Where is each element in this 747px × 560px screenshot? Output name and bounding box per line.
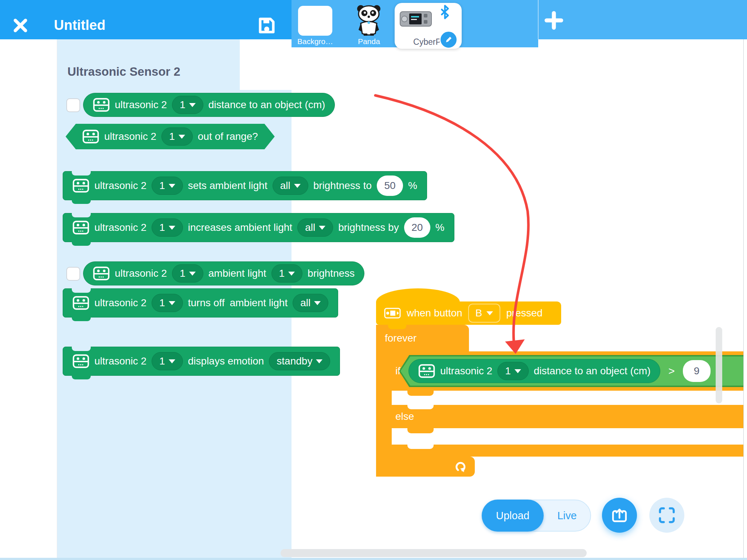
palette-top-notch	[240, 39, 292, 90]
when-button-pressed-hat-block[interactable]: when button B pressed	[376, 301, 561, 325]
ultrasonic-sensor-icon	[73, 354, 89, 368]
block-notch-decoration	[407, 391, 434, 396]
fullscreen-icon	[658, 507, 675, 524]
monitor-checkbox-brightness[interactable]	[66, 267, 80, 281]
chevron-down-icon	[314, 301, 321, 305]
else-bar[interactable]: else	[392, 405, 747, 428]
save-button[interactable]	[257, 15, 277, 36]
block-text: sets ambient light	[188, 180, 267, 192]
tab-panda-thumbnail[interactable]	[354, 4, 383, 36]
button-dropdown[interactable]: B	[468, 304, 501, 323]
add-sprite-button[interactable]	[544, 11, 563, 30]
monitor-checkbox-distance[interactable]	[66, 98, 80, 112]
ultrasonic-sensor-icon	[93, 266, 110, 281]
close-button[interactable]	[13, 18, 28, 33]
chevron-down-icon	[169, 359, 175, 363]
greater-than-operator-block[interactable]: ultrasonic 2 1 distance to an object (cm…	[399, 355, 747, 387]
block-notch-decoration	[407, 428, 434, 433]
port-dropdown[interactable]: 1	[152, 177, 183, 195]
block-text: distance to an object (cm)	[534, 365, 651, 377]
live-mode-button[interactable]: Live	[544, 500, 590, 531]
tab-panda-label[interactable]: Panda	[344, 37, 394, 46]
port-dropdown[interactable]: 1	[497, 362, 529, 380]
light-dropdown[interactable]: all	[297, 218, 333, 237]
chevron-down-icon	[169, 301, 175, 305]
horizontal-scrollbar[interactable]	[281, 549, 587, 557]
ultrasonic-sensor-icon	[418, 364, 435, 378]
block-notch-decoration	[407, 445, 434, 449]
block-out-of-range-boolean[interactable]: ultrasonic 2 1 out of range?	[66, 124, 275, 149]
mode-toggle[interactable]: Upload Live	[482, 500, 591, 532]
light-dropdown[interactable]: all	[293, 294, 328, 312]
chevron-down-icon	[288, 272, 295, 276]
loop-arrow-icon	[454, 460, 468, 474]
pencil-icon	[444, 35, 453, 44]
light-dropdown[interactable]: 1	[271, 264, 303, 283]
ultrasonic-sensor-icon	[73, 296, 89, 310]
port-dropdown[interactable]: 1	[152, 352, 183, 370]
else-branch-empty-slot[interactable]	[404, 428, 747, 445]
block-text: turns off	[188, 297, 225, 309]
block-increase-brightness[interactable]: ultrasonic 2 1 increases ambient light a…	[63, 213, 454, 242]
vertical-scrollbar[interactable]	[716, 327, 722, 403]
forever-block-bottom[interactable]	[376, 457, 475, 477]
block-text: ultrasonic 2	[104, 131, 156, 142]
ultrasonic-sensor-icon	[93, 98, 110, 112]
cyberpi-icon	[384, 308, 401, 319]
upload-to-device-button[interactable]	[602, 498, 637, 533]
port-dropdown[interactable]: 1	[172, 264, 203, 283]
block-text: ultrasonic 2	[115, 99, 167, 111]
port-dropdown[interactable]: 1	[152, 294, 183, 312]
if-branch-empty-slot[interactable]	[404, 391, 747, 405]
block-text: %	[435, 222, 445, 233]
value-input[interactable]: 20	[404, 217, 430, 238]
block-text: displays emotion	[188, 355, 264, 367]
block-text: pressed	[506, 307, 543, 319]
category-sidebar	[0, 39, 57, 560]
ultrasonic-sensor-icon	[73, 220, 89, 235]
top-bar-right	[538, 0, 747, 39]
tab-background-thumbnail[interactable]	[298, 6, 332, 36]
panda-sprite-icon	[354, 4, 383, 36]
if-else-block-bottom[interactable]	[392, 445, 747, 457]
chevron-down-icon	[486, 311, 493, 315]
tab-cyberpi[interactable]: CyberPi	[395, 3, 462, 49]
tab-background-label[interactable]: Backgro…	[290, 37, 341, 46]
block-text: distance to an object (cm)	[208, 99, 325, 111]
project-title: Untitled	[54, 17, 105, 33]
ultrasonic-sensor-icon	[73, 178, 89, 193]
chevron-down-icon	[189, 272, 196, 276]
block-set-brightness[interactable]: ultrasonic 2 1 sets ambient light all br…	[63, 171, 427, 200]
chevron-down-icon	[515, 369, 521, 373]
block-distance-reporter[interactable]: ultrasonic 2 1 distance to an object (cm…	[83, 93, 335, 117]
block-turn-off-light[interactable]: ultrasonic 2 1 turns off ambient light a…	[63, 288, 338, 318]
edit-device-button[interactable]	[439, 31, 458, 49]
port-dropdown[interactable]: 1	[161, 127, 193, 146]
block-display-emotion[interactable]: ultrasonic 2 1 displays emotion standby	[63, 347, 340, 376]
cyberpi-device-image	[400, 10, 432, 28]
port-dropdown[interactable]: 1	[152, 218, 183, 237]
light-dropdown[interactable]: all	[273, 177, 308, 195]
chevron-down-icon	[294, 184, 301, 188]
fullscreen-button[interactable]	[649, 498, 684, 533]
block-text: increases ambient light	[188, 222, 292, 233]
upload-mode-button[interactable]: Upload	[482, 500, 544, 532]
comparison-value-input[interactable]: 9	[683, 360, 711, 382]
tab-strip-divider	[538, 0, 539, 39]
block-text: ambient light	[230, 297, 288, 309]
plus-icon	[544, 11, 563, 30]
upload-icon	[610, 506, 629, 524]
port-dropdown[interactable]: 1	[172, 96, 203, 114]
block-notch-decoration	[407, 405, 434, 409]
block-text: ultrasonic 2	[94, 222, 146, 233]
value-input[interactable]: 50	[377, 176, 403, 196]
ultrasonic-sensor-icon	[82, 129, 99, 144]
if-else-block[interactable]: if ultrasonic 2 1 distance to an object …	[392, 351, 747, 391]
block-brightness-reporter[interactable]: ultrasonic 2 1 ambient light 1 brightnes…	[83, 261, 364, 285]
block-text: ultrasonic 2	[115, 268, 167, 279]
block-text: brightness to	[313, 180, 372, 192]
block-text: forever	[385, 332, 416, 344]
condition-distance-reporter[interactable]: ultrasonic 2 1 distance to an object (cm…	[408, 359, 660, 383]
window-bottom-edge	[0, 558, 747, 560]
emotion-dropdown[interactable]: standby	[269, 352, 330, 370]
